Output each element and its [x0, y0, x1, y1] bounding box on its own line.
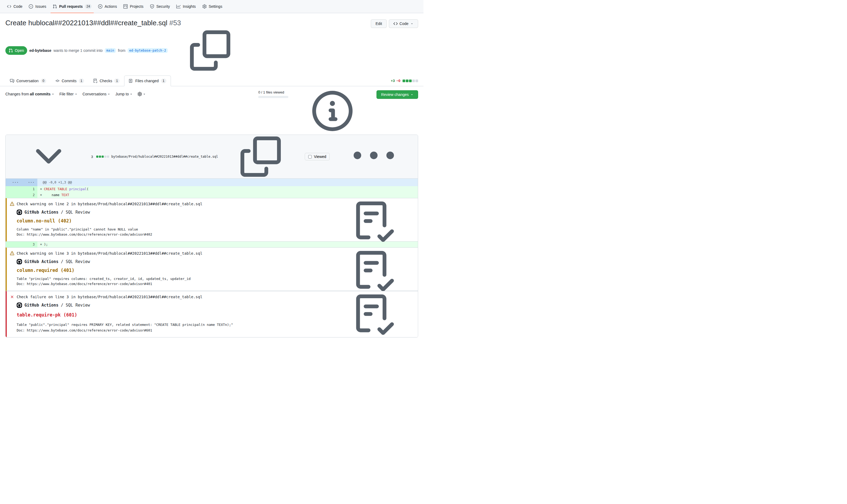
- github-actions-avatar: [17, 210, 22, 215]
- code-icon: [393, 21, 398, 26]
- check-annotation-header: Check failure on line 3 in bytebase/Prod…: [17, 295, 202, 299]
- edit-button[interactable]: Edit: [371, 19, 386, 28]
- line-number[interactable]: 2: [21, 192, 37, 198]
- pr-number: #53: [169, 19, 181, 27]
- file-header: 3 bytebase/Prod/hublocal##20221013##ddl#…: [6, 135, 418, 179]
- tab-checks[interactable]: Checks 1: [89, 75, 124, 86]
- nav-item-settings[interactable]: Settings: [200, 0, 224, 13]
- copy-file-path-button[interactable]: [220, 137, 301, 177]
- view-check-run-button[interactable]: [334, 251, 414, 291]
- view-check-run-button[interactable]: [334, 294, 414, 335]
- caret-down-icon: [129, 92, 133, 96]
- files-viewed-bar: [258, 96, 288, 98]
- diffstat-additions: +3: [391, 79, 395, 83]
- graph-icon: [176, 4, 181, 8]
- nav-item-actions[interactable]: Actions: [96, 0, 119, 13]
- checklist-icon: [93, 79, 97, 83]
- review-changes-label: Review changes: [381, 92, 409, 97]
- diff-line-2: 2 + name TEXT: [6, 192, 418, 198]
- git-pull-request-icon: [8, 48, 13, 53]
- file-changes-count: 3: [91, 155, 93, 159]
- code-button-label: Code: [400, 21, 409, 26]
- code-dropdown-button[interactable]: Code: [389, 19, 418, 28]
- tab-count: 0: [41, 78, 46, 83]
- nav-item-label: Pull requests: [59, 4, 83, 8]
- line-code: + CREATE TABLE principal(: [37, 186, 418, 192]
- file-diffstat-blocks: [96, 156, 109, 158]
- nav-item-label: Actions: [105, 4, 117, 8]
- tab-commits[interactable]: Commits 1: [51, 75, 89, 86]
- line-number[interactable]: 1: [21, 186, 37, 192]
- diff-table: ··· ··· @@ -0,0 +1,3 @@ 1 + CREATE TABLE…: [6, 179, 418, 337]
- nav-item-code[interactable]: Code: [5, 0, 24, 13]
- viewed-checkbox[interactable]: [308, 155, 312, 159]
- tab-conversation[interactable]: Conversation 0: [5, 75, 51, 86]
- expand-hunk-button[interactable]: ···: [21, 179, 37, 186]
- pr-tabs: Conversation 0 Commits 1 Checks 1 Files …: [0, 75, 424, 86]
- project-icon: [123, 4, 128, 8]
- nav-item-insights[interactable]: Insights: [174, 0, 198, 13]
- kebab-horizontal-icon: [334, 137, 414, 177]
- pull-requests-count: 24: [85, 4, 92, 9]
- collapse-file-button[interactable]: [8, 137, 89, 177]
- head-branch-label[interactable]: ed-bytebase-patch-2: [128, 48, 168, 53]
- tab-label: Commits: [62, 79, 77, 83]
- line-code: + name TEXT: [37, 192, 418, 198]
- code-icon: [7, 4, 11, 8]
- caret-down-icon: [410, 22, 414, 25]
- merge-sentence-2: from: [118, 48, 126, 53]
- copy-branch-button[interactable]: [170, 30, 250, 71]
- github-mark-icon: [17, 260, 21, 264]
- alert-icon: [10, 202, 14, 206]
- line-code: + );: [37, 241, 418, 248]
- check-annotation-header: Check warning on line 3 in bytebase/Prod…: [17, 251, 202, 255]
- hunk-header-row: ··· ··· @@ -0,0 +1,3 @@: [6, 179, 418, 186]
- pr-meta: Open ed-bytebase wants to merge 1 commit…: [5, 30, 418, 71]
- files-viewed-info-button[interactable]: [292, 91, 373, 131]
- nav-item-label: Code: [14, 4, 22, 8]
- check-annotation-failure-line-3: Check failure on line 3 in bytebase/Prod…: [6, 291, 418, 338]
- nav-item-security[interactable]: Security: [148, 0, 172, 13]
- caret-down-icon: [410, 93, 414, 96]
- line-number[interactable]: 3: [21, 241, 37, 248]
- file-path-link[interactable]: bytebase/Prod/hublocal##20221013##ddl##c…: [111, 155, 218, 159]
- pr-state-badge: Open: [5, 46, 27, 55]
- git-commit-icon: [55, 79, 60, 83]
- checklist-icon: [334, 201, 414, 242]
- diffstat-blocks: [402, 79, 418, 82]
- pr-author[interactable]: ed-bytebase: [29, 48, 51, 53]
- files-viewed-progress: 0 / 1 files viewed: [258, 90, 288, 98]
- tab-count: 1: [114, 78, 120, 83]
- file-options-kebab-button[interactable]: [332, 137, 415, 177]
- alert-icon: [10, 251, 14, 255]
- nav-item-projects[interactable]: Projects: [121, 0, 146, 13]
- tab-count: 1: [161, 78, 166, 83]
- changes-from-value: all commits: [30, 92, 51, 96]
- edit-button-label: Edit: [375, 21, 382, 26]
- changes-from-dropdown[interactable]: Changes from all commits: [5, 92, 55, 96]
- check-context: / SQL Review: [61, 259, 90, 264]
- expand-hunk-button[interactable]: ···: [6, 179, 21, 186]
- view-check-run-button[interactable]: [334, 201, 414, 242]
- diff-toolbar: Changes from all commits File filter Con…: [5, 86, 418, 134]
- pr-title-text: Create hublocal##20221013##ddl##create_t…: [5, 19, 167, 27]
- nav-item-pull-requests[interactable]: Pull requests 24: [51, 0, 94, 13]
- base-branch-label[interactable]: main: [105, 48, 116, 53]
- viewed-toggle-button[interactable]: Viewed: [305, 153, 330, 160]
- pr-header: Create hublocal##20221013##ddl##create_t…: [5, 13, 418, 71]
- conversations-label: Conversations: [83, 92, 107, 96]
- conversations-dropdown[interactable]: Conversations: [83, 92, 111, 96]
- check-context: / SQL Review: [61, 303, 90, 308]
- jump-to-dropdown[interactable]: Jump to: [115, 92, 133, 96]
- jump-to-label: Jump to: [115, 92, 129, 96]
- gear-icon: [138, 92, 142, 96]
- review-changes-button[interactable]: Review changes: [377, 90, 418, 99]
- diff-settings-dropdown[interactable]: [138, 92, 146, 96]
- check-annotation-header: Check warning on line 2 in bytebase/Prod…: [17, 202, 202, 206]
- file-filter-dropdown[interactable]: File filter: [59, 92, 78, 96]
- hunk-header-text: @@ -0,0 +1,3 @@: [37, 179, 72, 186]
- nav-item-issues[interactable]: Issues: [26, 0, 48, 13]
- tab-files-changed[interactable]: Files changed 1: [124, 75, 170, 86]
- github-actions-avatar: [17, 303, 22, 308]
- tab-count: 1: [79, 78, 84, 83]
